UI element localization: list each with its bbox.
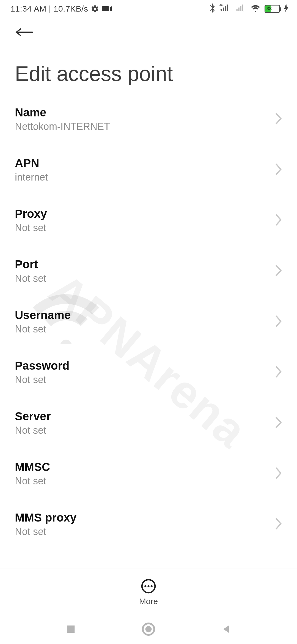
field-label: Username <box>15 309 71 322</box>
svg-point-6 <box>151 585 153 587</box>
svg-point-4 <box>144 585 146 587</box>
chevron-right-icon <box>275 315 282 328</box>
nav-back-button[interactable] <box>221 624 232 636</box>
svg-point-5 <box>147 585 149 587</box>
settings-list: Name Nettokom-INTERNET APN internet Prox… <box>0 94 297 550</box>
svg-text:×: × <box>243 9 244 13</box>
field-value: Not set <box>15 222 47 234</box>
chevron-right-icon <box>275 163 282 176</box>
more-label: More <box>139 597 158 606</box>
field-value: internet <box>15 171 48 183</box>
nav-home-button[interactable] <box>142 622 155 637</box>
field-label: APN <box>15 157 48 170</box>
app-bar <box>0 18 297 42</box>
field-label: Port <box>15 258 46 271</box>
field-server[interactable]: Server Not set <box>0 398 297 448</box>
field-label: Password <box>15 359 69 372</box>
chevron-right-icon <box>275 113 282 126</box>
chevron-right-icon <box>275 416 282 430</box>
back-button[interactable] <box>15 25 34 39</box>
chevron-right-icon <box>275 366 282 379</box>
status-time-net: 11:34 AM | 10.7KB/s <box>10 4 88 13</box>
nav-recent-button[interactable] <box>65 624 76 636</box>
field-apn[interactable]: APN internet <box>0 144 297 195</box>
field-label: Name <box>15 106 110 119</box>
field-password[interactable]: Password Not set <box>0 347 297 398</box>
bluetooth-icon <box>209 3 216 15</box>
video-icon <box>102 5 112 12</box>
battery-percent: 38 <box>266 6 272 12</box>
field-value: Nettokom-INTERNET <box>15 121 110 132</box>
field-name[interactable]: Name Nettokom-INTERNET <box>0 94 297 144</box>
field-label: MMSC <box>15 460 50 474</box>
chevron-right-icon <box>275 214 282 227</box>
field-value: Not set <box>15 425 51 436</box>
field-label: MMS proxy <box>15 511 76 524</box>
svg-rect-7 <box>67 626 75 633</box>
page-title: Edit access point <box>0 42 297 94</box>
chevron-right-icon <box>275 264 282 278</box>
field-username[interactable]: Username Not set <box>0 296 297 347</box>
chevron-right-icon <box>275 467 282 480</box>
svg-text:4G: 4G <box>219 4 224 7</box>
field-label: Server <box>15 410 51 423</box>
signal-nosim-icon: × <box>235 3 246 15</box>
battery-icon: 38 <box>265 5 280 13</box>
bottom-action-bar: More <box>0 569 297 615</box>
charging-icon <box>284 4 289 14</box>
field-value: Not set <box>15 475 50 487</box>
svg-rect-1 <box>220 9 221 10</box>
field-port[interactable]: Port Not set <box>0 246 297 296</box>
field-value: Not set <box>15 273 46 284</box>
field-value: Not set <box>15 374 69 386</box>
wifi-icon <box>250 4 261 14</box>
field-value: Not set <box>15 526 76 537</box>
signal-4g-icon: 4G <box>219 3 231 15</box>
chevron-right-icon <box>275 518 282 531</box>
field-mms-proxy[interactable]: MMS proxy Not set <box>0 499 297 550</box>
settings-icon <box>91 5 99 13</box>
more-button[interactable] <box>141 578 156 594</box>
field-label: Proxy <box>15 207 47 220</box>
status-bar: 11:34 AM | 10.7KB/s 4G × 38 <box>0 0 297 18</box>
field-proxy[interactable]: Proxy Not set <box>0 195 297 246</box>
android-nav-bar <box>0 615 297 644</box>
field-mmsc[interactable]: MMSC Not set <box>0 448 297 499</box>
svg-point-9 <box>145 626 152 632</box>
field-value: Not set <box>15 323 71 335</box>
